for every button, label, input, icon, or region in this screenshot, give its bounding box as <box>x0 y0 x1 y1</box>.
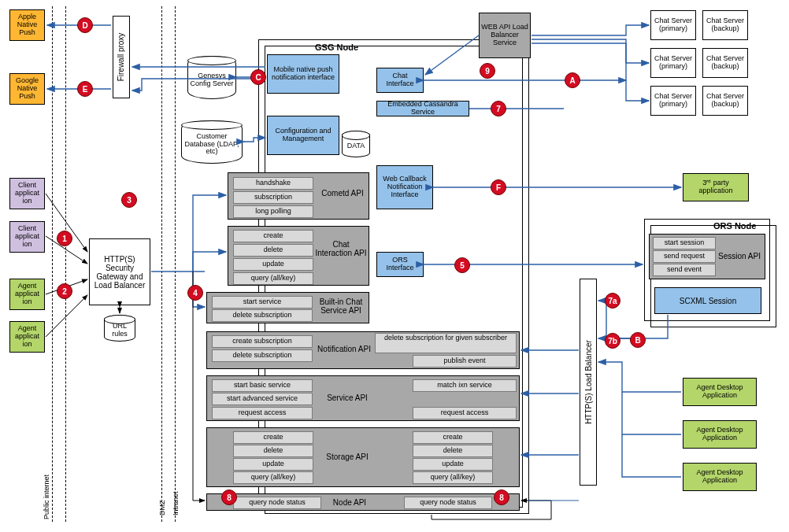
badge-2: 2 <box>57 283 72 299</box>
chat-backup-1: Chat Server (backup) <box>702 10 748 40</box>
cfg-mgmt: Configuration and Management <box>267 116 339 155</box>
storage-r2: update <box>413 458 493 471</box>
url-rules: URL rules <box>104 315 135 342</box>
svc-r2: request access <box>413 407 517 419</box>
embedded-cassandra: Embedded Cassandra Service <box>376 101 469 116</box>
svc-title: Service API <box>320 393 375 402</box>
third-party-app: 3ʳᵈ party application <box>683 173 749 201</box>
badge-1: 1 <box>57 231 72 246</box>
node-title: Node API <box>326 498 373 507</box>
svc-r0: match ixn service <box>413 379 517 392</box>
builtin-title: Built-in Chat Service API <box>313 297 369 315</box>
sep-public-2 <box>65 6 66 522</box>
notif-l1: delete subscription <box>212 349 313 362</box>
agent-app-1: Agent applicat ion <box>9 279 45 310</box>
chat-interface: Chat Interface <box>376 68 424 93</box>
badge-3: 3 <box>121 192 137 208</box>
cometd-row-1: subscription <box>233 191 313 204</box>
storage-l2: update <box>233 458 313 471</box>
agent-app-2: Agent applicat ion <box>9 321 45 353</box>
notif-r1: publish event <box>413 355 517 368</box>
label-public: Public internet <box>43 475 50 519</box>
storage-title: Storage API <box>320 453 375 461</box>
badge-C: C <box>250 69 266 85</box>
badge-7: 7 <box>491 101 506 116</box>
builtin-row-1: delete subscription <box>212 309 313 322</box>
badge-8-left: 8 <box>221 490 237 505</box>
ors-interface: ORS Interface <box>376 252 424 277</box>
chat-backup-3: Chat Server (backup) <box>702 86 748 116</box>
badge-7b: 7b <box>605 333 620 349</box>
ors-title: ORS Node <box>713 221 756 231</box>
badge-7a: 7a <box>605 293 620 308</box>
chat-ixn-row-1: delete <box>233 244 313 257</box>
notif-title: Notification API <box>313 345 375 353</box>
badge-5: 5 <box>454 257 470 273</box>
firewall-proxy: Firewall proxy <box>113 16 130 98</box>
svc-l1: start advanced service <box>212 393 313 405</box>
scxml-session: SCXML Session <box>654 287 761 314</box>
chat-ixn-title: Chat Interaction API <box>313 240 369 257</box>
mobile-push-if: Mobile native push notification interfac… <box>267 54 339 94</box>
session-title: Session API <box>715 252 764 260</box>
cometd-row-0: handshake <box>233 177 313 190</box>
badge-F: F <box>491 179 506 195</box>
storage-l3: query (all/key) <box>233 471 313 484</box>
web-api-lb: WEB API Load Balancer Service <box>479 13 531 58</box>
http-gateway: HTTP(S) Security Gateway and Load Balanc… <box>89 238 150 305</box>
chat-primary-3: Chat Server (primary) <box>650 86 696 116</box>
label-dmz: DMZ <box>158 501 166 516</box>
chat-ixn-row-0: create <box>233 230 313 242</box>
session-r2: send event <box>653 264 716 276</box>
sep-dmz-1 <box>161 6 162 522</box>
agent-desktop-3: Agent Desktop Application <box>683 463 757 491</box>
chat-primary-1: Chat Server (primary) <box>650 10 696 40</box>
badge-9: 9 <box>480 63 495 79</box>
svc-l2: request access <box>212 407 313 419</box>
badge-B: B <box>630 332 646 348</box>
storage-r1: delete <box>413 445 493 457</box>
storage-l0: create <box>233 431 313 444</box>
badge-A: A <box>565 72 580 88</box>
badge-D: D <box>77 17 93 33</box>
sep-public-1 <box>52 6 53 522</box>
storage-l1: delete <box>233 445 313 457</box>
badge-4: 4 <box>187 285 203 301</box>
http-lb-label: HTTP(S) Load Balancer <box>584 340 593 424</box>
web-callback-if: Web Callback Notification Interface <box>376 165 433 209</box>
builtin-row-0: start service <box>212 296 313 308</box>
notif-r0: delete subscription for given subscriber <box>375 333 517 353</box>
agent-desktop-2: Agent Desktop Application <box>683 420 757 449</box>
chat-backup-2: Chat Server (backup) <box>702 48 748 78</box>
chat-primary-2: Chat Server (primary) <box>650 48 696 78</box>
session-r0: start session <box>653 237 716 249</box>
chat-ixn-row-3: query (all/key) <box>233 272 313 285</box>
cometd-row-2: long polling <box>233 205 313 218</box>
firewall-label: Firewall proxy <box>117 33 126 82</box>
gsg-title: GSG Node <box>315 42 358 52</box>
node-r: query node status <box>404 497 492 509</box>
cometd-title: Cometd API <box>315 189 370 198</box>
client-app-2: Client applicat ion <box>9 221 45 253</box>
client-app-1: Client applicat ion <box>9 178 45 209</box>
genesys-config-server: Genesys Config Server <box>187 56 236 99</box>
badge-E: E <box>77 81 93 97</box>
chat-ixn-row-2: update <box>233 258 313 271</box>
customer-database: Customer Database (LDAP, etc) <box>181 120 243 164</box>
sep-dmz-2 <box>175 6 176 522</box>
apple-native-push: Apple Native Push <box>9 9 45 41</box>
http-load-balancer: HTTP(S) Load Balancer <box>580 279 597 486</box>
google-native-push: Google Native Push <box>9 73 45 105</box>
agent-desktop-1: Agent Desktop Application <box>683 378 757 406</box>
svc-l0: start basic service <box>212 379 313 392</box>
badge-8-right: 8 <box>494 490 509 505</box>
session-r1: send request <box>653 250 716 263</box>
notif-l0: create subscription <box>212 335 313 348</box>
storage-r0: create <box>413 431 493 444</box>
node-l: query node status <box>233 497 321 509</box>
storage-r3: query (all/key) <box>413 471 493 484</box>
label-intranet: Intranet <box>172 491 180 515</box>
